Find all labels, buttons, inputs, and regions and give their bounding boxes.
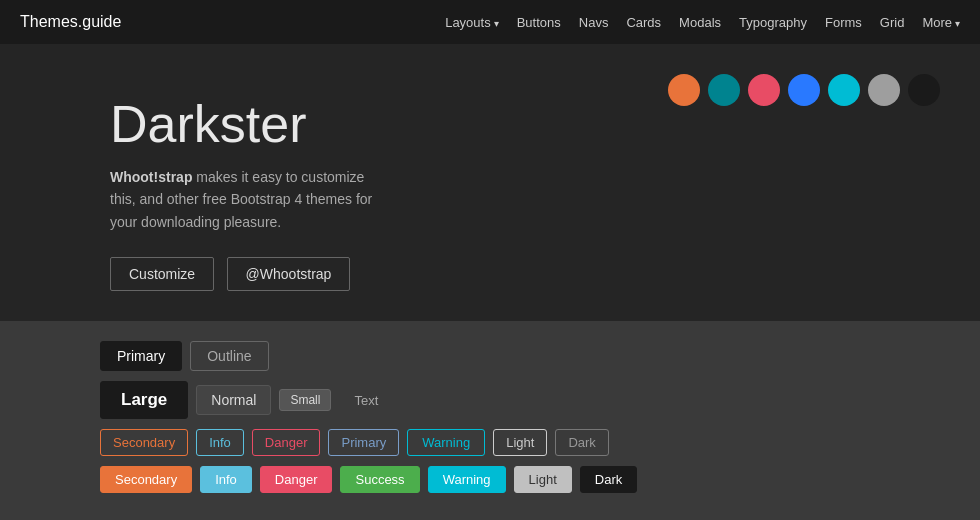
swatch-cyan[interactable]: [828, 74, 860, 106]
filled-info-button[interactable]: Info: [200, 466, 252, 493]
hero-description: Whoot!strap makes it easy to customize t…: [110, 166, 390, 233]
filled-light-button[interactable]: Light: [514, 466, 572, 493]
normal-button[interactable]: Normal: [196, 385, 271, 415]
customize-button[interactable]: Customize: [110, 257, 214, 291]
outline-warning-button[interactable]: Warning: [407, 429, 485, 456]
nav-link-navs[interactable]: Navs: [579, 15, 609, 30]
outline-button[interactable]: Outline: [190, 341, 268, 371]
color-swatches: [668, 74, 940, 106]
swatch-pink[interactable]: [748, 74, 780, 106]
outline-danger-button[interactable]: Danger: [252, 429, 321, 456]
navbar-nav: Layouts▾ Buttons Navs Cards Modals Typog…: [445, 13, 960, 31]
swatch-blue[interactable]: [788, 74, 820, 106]
nav-item-buttons[interactable]: Buttons: [517, 13, 561, 31]
button-row-filled-variants: Secondary Info Danger Success Warning Li…: [100, 466, 940, 493]
nav-link-cards[interactable]: Cards: [626, 15, 661, 30]
dropdown-arrow-more: ▾: [955, 18, 960, 29]
nav-item-layouts[interactable]: Layouts▾: [445, 13, 499, 31]
outline-primary-button[interactable]: Primary: [328, 429, 399, 456]
hero-buttons: Customize @Whootstrap: [110, 257, 940, 291]
button-row-outline-variants: Secondary Info Danger Primary Warning Li…: [100, 429, 940, 456]
nav-link-layouts[interactable]: Layouts▾: [445, 15, 499, 30]
navbar: Themes.guide Layouts▾ Buttons Navs Cards…: [0, 0, 980, 44]
outline-light-button[interactable]: Light: [493, 429, 547, 456]
nav-link-buttons[interactable]: Buttons: [517, 15, 561, 30]
large-button[interactable]: Large: [100, 381, 188, 419]
nav-item-more[interactable]: More▾: [922, 13, 960, 31]
outline-dark-button[interactable]: Dark: [555, 429, 608, 456]
nav-item-forms[interactable]: Forms: [825, 13, 862, 31]
dropdown-arrow-layouts: ▾: [494, 18, 499, 29]
nav-link-grid[interactable]: Grid: [880, 15, 905, 30]
nav-item-navs[interactable]: Navs: [579, 13, 609, 31]
button-row-sizes: Large Normal Small Text: [100, 381, 940, 419]
nav-link-more[interactable]: More▾: [922, 15, 960, 30]
swatch-teal[interactable]: [708, 74, 740, 106]
outline-info-button[interactable]: Info: [196, 429, 244, 456]
filled-danger-button[interactable]: Danger: [260, 466, 333, 493]
nav-link-typography[interactable]: Typography: [739, 15, 807, 30]
swatch-dark[interactable]: [908, 74, 940, 106]
outline-secondary-button[interactable]: Secondary: [100, 429, 188, 456]
button-row-primary-outline: Primary Outline: [100, 341, 940, 371]
primary-button[interactable]: Primary: [100, 341, 182, 371]
nav-item-grid[interactable]: Grid: [880, 13, 905, 31]
filled-secondary-button[interactable]: Secondary: [100, 466, 192, 493]
nav-item-typography[interactable]: Typography: [739, 13, 807, 31]
navbar-brand: Themes.guide: [20, 13, 121, 31]
nav-item-cards[interactable]: Cards: [626, 13, 661, 31]
nav-item-modals[interactable]: Modals: [679, 13, 721, 31]
small-button[interactable]: Small: [279, 389, 331, 411]
nav-link-forms[interactable]: Forms: [825, 15, 862, 30]
buttons-section: Primary Outline Large Normal Small Text …: [0, 321, 980, 520]
hero-section: Darkster Whoot!strap makes it easy to cu…: [0, 44, 980, 321]
swatch-gray[interactable]: [868, 74, 900, 106]
swatch-orange[interactable]: [668, 74, 700, 106]
text-button[interactable]: Text: [339, 387, 393, 414]
filled-warning-button[interactable]: Warning: [428, 466, 506, 493]
nav-link-modals[interactable]: Modals: [679, 15, 721, 30]
whootstrap-button[interactable]: @Whootstrap: [227, 257, 351, 291]
hero-brand-name: Whoot!strap: [110, 169, 192, 185]
filled-success-button[interactable]: Success: [340, 466, 419, 493]
filled-dark-button[interactable]: Dark: [580, 466, 637, 493]
